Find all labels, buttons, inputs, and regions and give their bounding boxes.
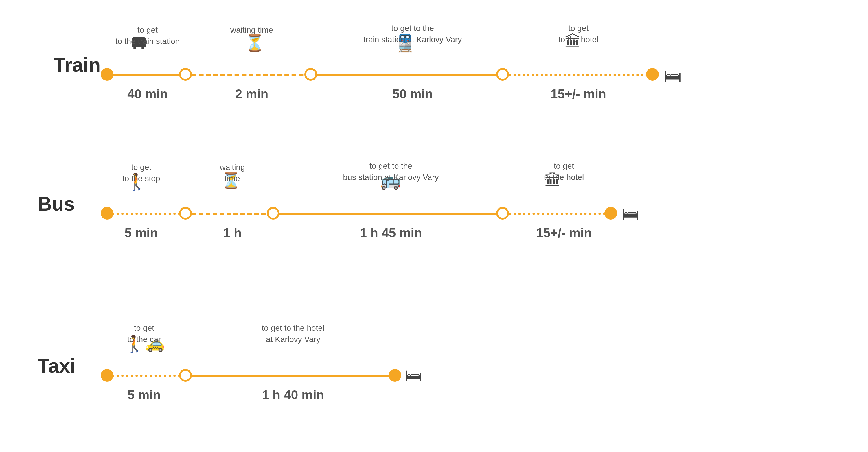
train-hotel-icon-end: 🛏 [664,66,681,86]
train-seg4-label: to getto the hotel [509,23,648,45]
taxi-seg2-label: to get to the hotelat Karlovy Vary [192,322,394,345]
train-line-solid-1 [107,74,185,76]
taxi-seg1-duration: 5 min [101,388,187,402]
taxi-seg1-label: to getto the car [101,322,187,345]
taxi-node-1 [179,369,192,382]
taxi-row: Taxi 🛏 🚶 🚕 to getto the car 5 min [0,318,868,399]
svg-point-3 [142,47,144,50]
bus-row: Bus 🚶 to getto the stop 5 min [0,156,868,237]
bus-label: Bus [38,194,75,214]
bus-seg3-label: to get to thebus station at Karlovy Vary [279,160,502,183]
bus-line-dashed-1 [192,213,273,215]
train-seg2-duration: 2 min [203,87,301,101]
bus-line-dotted-2 [509,213,610,215]
train-node-1 [179,68,192,81]
train-seg2-icon: ⏳ [245,33,262,52]
train-line-dotted-1 [509,74,648,76]
train-node-2 [304,68,317,81]
train-seg4-duration: 15+/- min [509,87,648,101]
taxi-seg2-duration: 1 h 40 min [192,388,394,402]
bus-seg2-label: waitingtime [192,161,273,184]
train-node-end [646,68,659,81]
train-node-3 [496,68,509,81]
train-seg3-duration: 50 min [317,87,508,101]
taxi-line-solid-1 [192,375,394,377]
bus-line-solid-1 [279,213,502,215]
svg-point-2 [133,47,136,50]
bus-seg2-duration: 1 h [192,226,273,240]
bus-node-end [604,207,617,220]
bus-seg4-label: to getto the hotel [509,160,619,183]
bus-seg1-label: to getto the stop [101,161,182,184]
train-seg1-duration: 40 min [107,87,188,101]
bus-node-3 [496,207,509,220]
diagram-container: Train 🛏 [0,0,868,452]
train-label: Train [54,55,101,74]
taxi-node-end [389,369,401,382]
bus-node-2 [267,207,279,220]
taxi-line-dotted-1 [107,375,185,377]
train-row: Train 🛏 [0,18,868,98]
bus-hotel-icon-end: 🛏 [622,204,639,223]
train-line-solid-2 [317,74,502,76]
bus-seg3-duration: 1 h 45 min [279,226,502,240]
taxi-hotel-icon-end: 🛏 [405,365,422,385]
bus-line-dotted-1 [107,213,185,215]
bus-node-1 [179,207,192,220]
train-line-dashed-1 [192,74,310,76]
train-seg1-label: to getto the train station [107,24,188,47]
train-seg3-label: to get to thetrain station at Karlovy Va… [317,23,508,45]
bus-seg1-duration: 5 min [101,226,182,240]
taxi-label: Taxi [38,356,75,375]
train-seg2-label: waiting time [203,24,301,36]
bus-seg4-duration: 15+/- min [509,226,619,240]
